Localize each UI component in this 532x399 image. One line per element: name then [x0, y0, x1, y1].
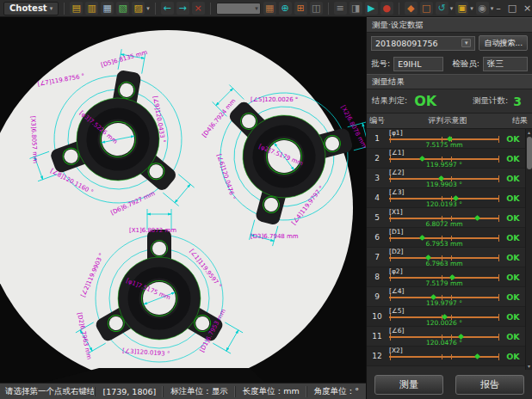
toolbar-separator	[64, 3, 65, 15]
dataset-value: 201808091756	[375, 39, 438, 48]
row-value: 120.0026 °	[387, 319, 501, 327]
save-as-icon[interactable]: ▨	[132, 2, 145, 15]
table-row[interactable]: 8 [φ2] 7.5179 mm OK	[367, 267, 525, 287]
tolerance-bar	[389, 277, 499, 279]
layers-icon[interactable]: ▣	[455, 2, 468, 15]
record-stop-icon[interactable]: ●	[380, 2, 393, 15]
select-tool-icon[interactable]: □	[420, 2, 433, 15]
image-view-icon[interactable]: ▦	[263, 2, 276, 15]
tolerance-bar	[389, 297, 499, 298]
close-button[interactable]: ×	[523, 3, 531, 13]
chevron-down-icon[interactable]: ▾	[491, 5, 494, 12]
magnifier-icon[interactable]: ⊕	[279, 2, 292, 15]
table-row[interactable]: 11 [∠6] 120.0476 ° OK	[367, 327, 525, 347]
chevron-down-icon[interactable]: ▾	[461, 39, 472, 47]
table-row[interactable]: 5 [X1] 6.8072 mm OK	[367, 208, 525, 228]
row-result: OK	[501, 149, 525, 168]
row-number: 6	[367, 228, 387, 247]
cursor-coordinates: [1739, 1806]	[95, 387, 163, 396]
redo-forward-icon[interactable]: →	[176, 2, 189, 15]
panel-icon[interactable]: ◨	[350, 2, 362, 15]
header-number: 编号	[367, 115, 387, 126]
table-row[interactable]: 2 [∠1] 119.9597 ° OK	[367, 149, 525, 169]
results-table[interactable]: 1 [φ1] 7.5175 mm OK 2 [∠1] 1	[367, 129, 532, 370]
row-result: OK	[501, 188, 525, 207]
edit-program-icon[interactable]: ▧	[116, 2, 129, 15]
row-number: 4	[367, 188, 387, 207]
view-select-combobox[interactable]: ▾	[216, 3, 261, 15]
row-number: 11	[367, 327, 387, 346]
chevron-down-icon: ▾	[50, 5, 53, 12]
header-schematic: 评判示意图	[387, 115, 508, 126]
tolerance-bar	[389, 198, 499, 200]
header-result: 结果	[508, 115, 532, 126]
row-value: 6.7963 mm	[387, 260, 501, 267]
row-feature-label: [φ1]	[389, 129, 403, 137]
measure-button[interactable]: 测量	[374, 375, 443, 395]
camera-view-icon[interactable]: ◫	[310, 2, 323, 15]
chevron-down-icon[interactable]: ▾	[470, 5, 473, 12]
table-row[interactable]: 9 [∠4] 119.9797 ° OK	[367, 287, 525, 307]
app-title: Chotest	[9, 3, 47, 13]
measurement-canvas[interactable]: [D5]6.8135 mm [∠7]119.8756 ° [∠9]120.043…	[0, 17, 366, 383]
chevron-down-icon[interactable]: ▾	[146, 5, 150, 12]
report-button[interactable]: 报告	[455, 375, 524, 395]
row-feature-label: [D2]	[389, 248, 403, 255]
maximize-button[interactable]: □	[508, 3, 517, 13]
tolerance-bar	[389, 237, 499, 239]
dataset-dropdown[interactable]: 201808091756 ▾	[371, 36, 475, 51]
row-feature-label: [∠1]	[389, 149, 404, 157]
table-row[interactable]: 7 [D2] 6.7963 mm OK	[367, 248, 525, 267]
row-number: 8	[367, 267, 387, 286]
scroll-down-icon[interactable]: ▾	[528, 363, 530, 370]
row-feature-label: [X1]	[389, 208, 403, 216]
undo-back-icon[interactable]: ←	[161, 2, 174, 15]
tolerance-bar	[389, 336, 499, 338]
batch-input[interactable]: E9IHL	[393, 57, 443, 71]
row-feature-label: [∠6]	[389, 327, 404, 335]
row-result: OK	[501, 248, 525, 267]
stage-view: [D5]6.8135 mm [∠7]119.8756 ° [∠9]120.043…	[0, 17, 366, 383]
grid-icon[interactable]: ⊞	[294, 2, 307, 15]
auto-search-button[interactable]: 自动搜索...	[479, 35, 528, 51]
inspector-input[interactable]: 张三	[483, 57, 528, 71]
row-result: OK	[501, 208, 525, 227]
dataset-row: 201808091756 ▾ 自动搜索...	[367, 33, 532, 53]
table-row[interactable]: 3 [∠2] 119.9903 ° OK	[367, 169, 525, 188]
save-icon[interactable]: ▦	[101, 2, 114, 15]
minimize-button[interactable]: –	[496, 3, 501, 13]
table-row[interactable]: 12 [X2] OK	[367, 347, 525, 366]
row-result: OK	[501, 267, 525, 286]
table-row[interactable]: 10 [∠5] 120.0026 ° OK	[367, 307, 525, 327]
row-feature-label: [∠4]	[389, 287, 404, 295]
list-icon[interactable]: ≡	[334, 2, 347, 15]
table-scrollbar[interactable]: ▴ ▾	[525, 129, 532, 370]
row-result: OK	[501, 169, 525, 187]
panel-buttons: 测量 报告	[367, 370, 532, 399]
row-feature-label: [X2]	[389, 347, 403, 354]
count-value: 3	[513, 95, 522, 108]
open-folder-icon[interactable]: ▥	[85, 2, 98, 15]
scroll-up-icon[interactable]: ▴	[528, 129, 530, 136]
verdict-row: 结果判定: OK 测量计数: 3	[367, 89, 532, 114]
rotate-tool-icon[interactable]: ↺	[436, 2, 448, 15]
dim-label: [∠5]120.0026 °	[251, 96, 298, 103]
app-menu-button[interactable]: Chotest ▾	[3, 2, 59, 15]
dim-label: [X1]6.8072 mm	[129, 227, 176, 234]
chevron-down-icon[interactable]: ▾	[450, 5, 454, 12]
table-row[interactable]: 6 [D1] 6.7953 mm OK	[367, 228, 525, 248]
toolbar-separator	[399, 3, 399, 15]
user-profile-icon[interactable]: ◉	[476, 2, 489, 15]
table-header: 编号 评判示意图 结果	[367, 114, 532, 129]
angle-unit: 角度单位：°	[306, 386, 366, 397]
scrollbar-thumb[interactable]	[527, 137, 532, 169]
new-file-icon[interactable]: ▤	[70, 2, 83, 15]
table-row[interactable]: 4 [∠3] 120.0193 ° OK	[367, 188, 525, 208]
tolerance-bar	[389, 257, 499, 259]
delete-icon[interactable]: ×	[192, 2, 205, 15]
run-measure-icon[interactable]: ▶	[365, 2, 378, 15]
status-hint: 请选择第一个点或右键结束	[0, 386, 95, 397]
length-unit: 长度单位：mm	[235, 386, 306, 397]
table-row[interactable]: 1 [φ1] 7.5175 mm OK	[367, 129, 525, 149]
pick-tool-icon[interactable]: ◆	[405, 2, 418, 15]
